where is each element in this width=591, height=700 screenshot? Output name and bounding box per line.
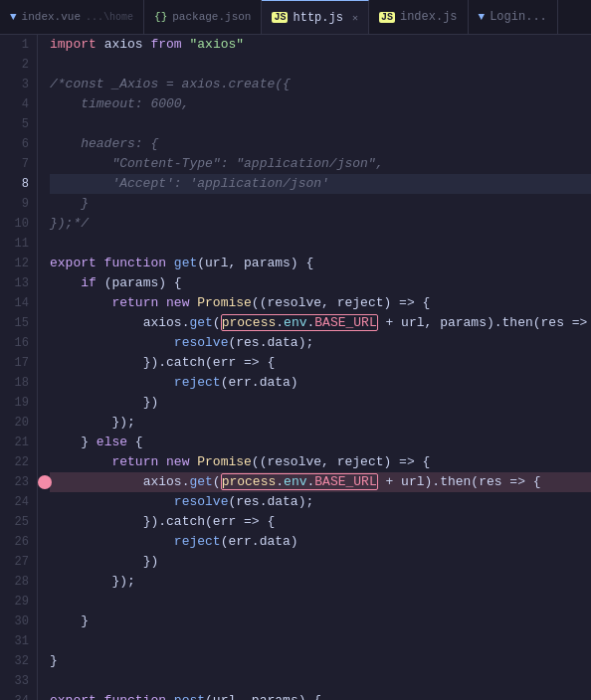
js-icon2: JS (379, 12, 395, 23)
ln-13: 13 (8, 273, 29, 293)
code-line-27: }) (50, 552, 591, 572)
code-line-4: timeout: 6000, (50, 94, 591, 114)
code-line-3: /*const _Axios = axios.create({ (50, 75, 591, 94)
code-line-33 (50, 671, 591, 691)
code-editor[interactable]: 1 2 3 4 5 6 7 8 9 10 11 12 13 14 15 16 1… (0, 35, 591, 700)
code-line-29 (50, 592, 591, 612)
ln-18: 18 (8, 373, 29, 393)
code-line-22: return new Promise((resolve, reject) => … (50, 452, 591, 472)
ln-28: 28 (8, 572, 29, 592)
code-line-20: }); (50, 413, 591, 433)
ln-24: 24 (8, 492, 29, 512)
ln-5: 5 (8, 114, 29, 134)
ln-23: 23 (8, 472, 29, 492)
code-line-6: headers: { (50, 134, 591, 154)
ln-33: 33 (8, 671, 29, 691)
ln-31: 31 (8, 631, 29, 651)
ln-29: 29 (8, 592, 29, 612)
ln-25: 25 (8, 512, 29, 532)
ln-15: 15 (8, 313, 29, 333)
tab-package-json[interactable]: {} package.json (144, 0, 262, 34)
ln-17: 17 (8, 353, 29, 373)
code-line-9: } (50, 194, 591, 214)
code-line-8: 'Accept': 'application/json' (50, 174, 591, 194)
code-line-15: axios.get(process.env.BASE_URL + url, pa… (50, 313, 591, 333)
code-line-28: }); (50, 572, 591, 592)
ln-30: 30 (8, 612, 29, 631)
ln-9: 9 (8, 194, 29, 214)
ln-27: 27 (8, 552, 29, 572)
ln-21: 21 (8, 433, 29, 452)
ln-8: 8 (8, 174, 29, 194)
tab-bar: ▼ index.vue ...\home {} package.json JS … (0, 0, 591, 35)
close-http-js[interactable]: ✕ (352, 12, 358, 24)
code-line-34: export function post(url, params) { (50, 691, 591, 700)
code-line-23: axios.get(process.env.BASE_URL + url).th… (50, 472, 591, 492)
ln-1: 1 (8, 35, 29, 55)
code-line-31 (50, 631, 591, 651)
code-line-13: if (params) { (50, 273, 591, 293)
code-line-16: resolve(res.data); (50, 333, 591, 353)
code-line-25: }).catch(err => { (50, 512, 591, 532)
code-line-17: }).catch(err => { (50, 353, 591, 373)
ln-34: 34 (8, 691, 29, 700)
code-line-7: "Content-Type": "application/json", (50, 154, 591, 174)
code-line-5 (50, 114, 591, 134)
ln-26: 26 (8, 532, 29, 552)
code-line-1: import axios from "axios" (50, 35, 591, 55)
tab-login[interactable]: ▼ Login... (469, 0, 558, 34)
code-line-26: reject(err.data) (50, 532, 591, 552)
ln-20: 20 (8, 413, 29, 433)
code-line-18: reject(err.data) (50, 373, 591, 393)
ln-16: 16 (8, 333, 29, 353)
ln-32: 32 (8, 651, 29, 671)
ln-12: 12 (8, 254, 29, 273)
ln-11: 11 (8, 234, 29, 254)
code-line-32: } (50, 651, 591, 671)
code-line-30: } (50, 612, 591, 631)
ln-7: 7 (8, 154, 29, 174)
ln-19: 19 (8, 393, 29, 413)
code-line-24: resolve(res.data); (50, 492, 591, 512)
code-line-11 (50, 234, 591, 254)
code-line-19: }) (50, 393, 591, 413)
code-line-2 (50, 55, 591, 75)
ln-2: 2 (8, 55, 29, 75)
editor-container: ▼ index.vue ...\home {} package.json JS … (0, 0, 591, 700)
line-numbers: 1 2 3 4 5 6 7 8 9 10 11 12 13 14 15 16 1… (0, 35, 38, 700)
tab-index-vue[interactable]: ▼ index.vue ...\home (0, 0, 144, 34)
tab-http-js[interactable]: JS http.js ✕ (262, 0, 368, 34)
code-line-12: export function get(url, params) { (50, 254, 591, 273)
ln-4: 4 (8, 94, 29, 114)
vue-icon2: ▼ (479, 11, 486, 23)
ln-3: 3 (8, 75, 29, 94)
pkg-icon: {} (154, 11, 167, 23)
ln-10: 10 (8, 214, 29, 234)
code-line-14: return new Promise((resolve, reject) => … (50, 293, 591, 313)
ln-22: 22 (8, 452, 29, 472)
code-line-10: });*/ (50, 214, 591, 234)
tab-index-js[interactable]: JS index.js (369, 0, 469, 34)
js-icon: JS (272, 12, 288, 23)
code-line-21: } else { (50, 433, 591, 452)
ln-14: 14 (8, 293, 29, 313)
ln-6: 6 (8, 134, 29, 154)
vue-icon: ▼ (10, 11, 17, 23)
code-lines: import axios from "axios" /*const _Axios… (38, 35, 591, 700)
